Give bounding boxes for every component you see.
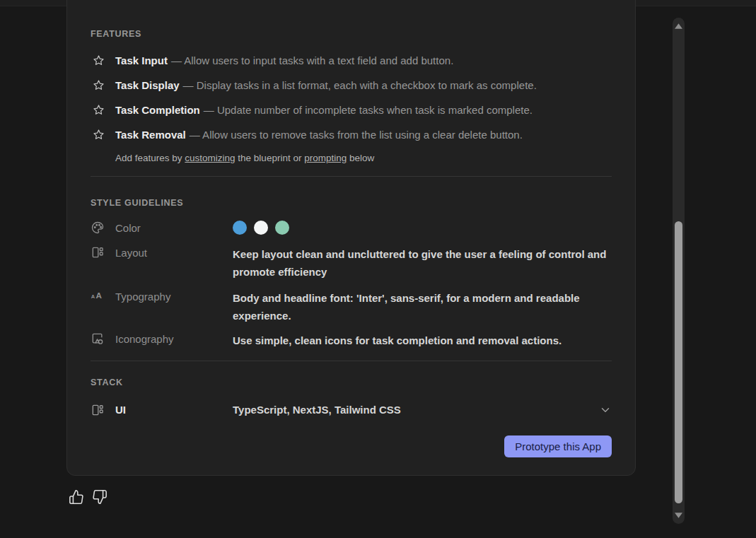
feature-title: Task Completion: [115, 104, 200, 116]
button-row: Prototype this App: [91, 435, 612, 457]
iconography-label-cell: Iconography: [91, 332, 233, 346]
feature-row-task-input: Task Input— Allow users to input tasks w…: [91, 53, 612, 68]
scrollbar-thumb[interactable]: [675, 221, 682, 503]
scroll-up-arrow-icon[interactable]: [673, 21, 685, 32]
svg-text:A: A: [96, 291, 103, 300]
feedback-bar: [69, 489, 107, 505]
blueprint-card: FEATURES Task Input— Allow users to inpu…: [66, 0, 636, 476]
section-divider: [91, 361, 612, 361]
stack-heading: STACK: [91, 378, 612, 387]
layout-guideline-text: Keep layout clean and uncluttered to giv…: [233, 245, 612, 281]
color-swatch-green: [275, 221, 289, 235]
features-heading: FEATURES: [91, 29, 612, 39]
prototype-this-app-button[interactable]: Prototype this App: [504, 435, 612, 457]
feature-text: Task Display— Display tasks in a list fo…: [115, 78, 537, 93]
star-icon: [93, 79, 105, 91]
star-icon: [93, 54, 105, 66]
guideline-label: Typography: [115, 291, 170, 303]
feature-title: Task Display: [115, 79, 180, 91]
thumbs-up-icon[interactable]: [69, 489, 84, 505]
color-swatch-white: [254, 221, 268, 235]
feature-text: Task Removal— Allow users to remove task…: [115, 127, 523, 142]
shapes-icon: [91, 332, 105, 346]
guideline-row-color: Color: [91, 221, 612, 235]
thumbs-down-icon[interactable]: [92, 489, 107, 505]
color-swatches: [233, 221, 612, 235]
guideline-label: Color: [115, 222, 141, 234]
svg-text:A: A: [91, 293, 95, 300]
color-swatch-blue: [233, 221, 247, 235]
feature-title: Task Removal: [115, 129, 186, 141]
feature-description: — Allow users to input tasks with a text…: [171, 54, 453, 66]
feature-description: — Display tasks in a list format, each w…: [183, 79, 537, 91]
guideline-row-iconography: Iconography Use simple, clean icons for …: [91, 332, 612, 349]
style-guidelines-heading: STYLE GUIDELINES: [91, 198, 612, 208]
stack-row-label: UI: [115, 404, 126, 416]
customizing-link[interactable]: customizing: [185, 153, 235, 163]
add-features-note: Add features by customizing the blueprin…: [115, 152, 612, 165]
feature-row-task-removal: Task Removal— Allow users to remove task…: [91, 127, 612, 142]
feature-text: Task Input— Allow users to input tasks w…: [115, 53, 453, 68]
star-icon: [93, 129, 105, 141]
guideline-row-layout: Layout Keep layout clean and uncluttered…: [91, 245, 612, 281]
palette-icon: [91, 221, 105, 235]
feature-title: Task Input: [115, 54, 168, 66]
note-middle: the blueprint or: [235, 153, 305, 163]
feature-description: — Allow users to remove tasks from the l…: [190, 129, 523, 141]
typography-guideline-text: Body and headline font: 'Inter', sans-se…: [233, 289, 612, 324]
typography-label-cell: AA Typography: [91, 289, 233, 303]
prompting-link[interactable]: prompting: [304, 153, 347, 163]
feature-row-task-display: Task Display— Display tasks in a list fo…: [91, 78, 612, 93]
chevron-down-icon[interactable]: [599, 404, 612, 416]
feature-text: Task Completion— Update number of incomp…: [115, 103, 533, 117]
ui-label-cell: UI: [91, 403, 233, 417]
note-prefix: Add features by: [115, 153, 185, 163]
section-divider: [91, 176, 612, 177]
guideline-label: Iconography: [115, 333, 174, 345]
layout-label-cell: Layout: [91, 245, 233, 259]
layout-icon: [91, 245, 105, 259]
scroll-down-arrow-icon[interactable]: [673, 510, 685, 521]
typography-icon: AA: [91, 289, 105, 303]
layout-icon: [91, 403, 105, 417]
feature-list: Task Input— Allow users to input tasks w…: [91, 53, 612, 142]
star-icon: [93, 104, 105, 116]
vertical-scrollbar[interactable]: [673, 18, 685, 524]
note-suffix: below: [347, 153, 374, 163]
feature-description: — Update number of incomplete tasks when…: [204, 104, 533, 116]
color-label-cell: Color: [91, 221, 233, 235]
iconography-guideline-text: Use simple, clean icons for task complet…: [233, 332, 612, 349]
ui-stack-value: TypeScript, NextJS, Tailwind CSS: [233, 401, 599, 419]
guideline-label: Layout: [115, 247, 147, 259]
guideline-row-typography: AA Typography Body and headline font: 'I…: [91, 289, 612, 324]
stack-row-ui[interactable]: UI TypeScript, NextJS, Tailwind CSS: [91, 401, 612, 419]
feature-row-task-completion: Task Completion— Update number of incomp…: [91, 103, 612, 117]
